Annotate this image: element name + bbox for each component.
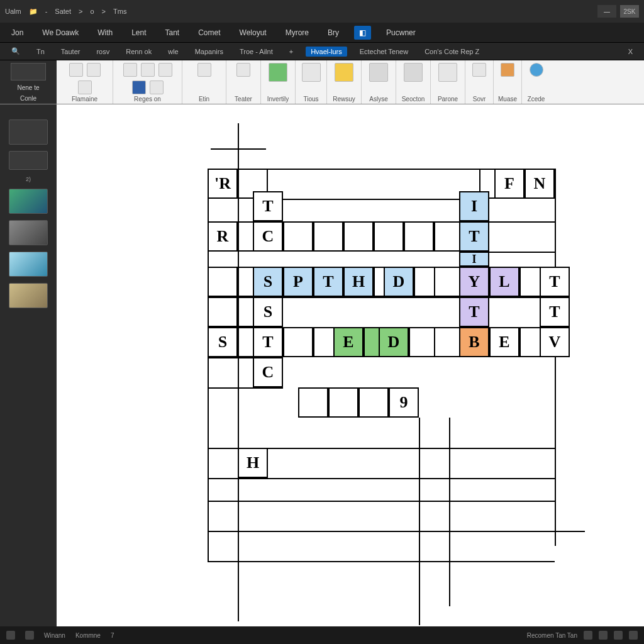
tool-icon[interactable] bbox=[150, 80, 164, 94]
submenu-item[interactable]: Renn ok bbox=[122, 47, 155, 57]
gear-icon[interactable] bbox=[438, 63, 457, 82]
folder-icon[interactable] bbox=[335, 63, 353, 82]
submenu-item[interactable]: Tauter bbox=[57, 47, 84, 57]
cell[interactable]: T bbox=[253, 327, 283, 357]
cell[interactable]: V bbox=[540, 327, 570, 357]
font-icon[interactable] bbox=[197, 63, 211, 77]
menu-item[interactable]: Tant bbox=[162, 26, 184, 40]
cell[interactable]: R bbox=[208, 221, 238, 252]
align-icon[interactable] bbox=[87, 63, 101, 77]
view-icon[interactable] bbox=[614, 631, 623, 640]
folder-icon[interactable]: 📁 bbox=[29, 8, 38, 16]
menu-item[interactable]: Weloyut bbox=[236, 26, 270, 40]
cell[interactable]: T bbox=[540, 297, 570, 327]
side-thumb[interactable] bbox=[9, 220, 48, 245]
tool-icon[interactable] bbox=[141, 63, 155, 77]
title-item[interactable]: Tms bbox=[113, 8, 126, 15]
submenu-item[interactable]: Troe - Ailnt bbox=[236, 47, 277, 57]
cell[interactable]: I bbox=[459, 191, 489, 221]
cell[interactable]: T bbox=[459, 221, 489, 252]
cell[interactable]: H bbox=[238, 448, 268, 478]
cell[interactable]: T bbox=[459, 297, 489, 327]
cell[interactable]: S bbox=[253, 267, 283, 297]
tool-icon[interactable] bbox=[132, 80, 146, 94]
cell[interactable]: P bbox=[283, 267, 313, 297]
cell[interactable] bbox=[404, 221, 434, 252]
close-button[interactable]: X bbox=[625, 48, 636, 55]
menu-item-active[interactable]: ◧ bbox=[354, 26, 371, 40]
cell[interactable]: E bbox=[489, 327, 519, 357]
submenu-item[interactable]: 🔍 bbox=[8, 46, 24, 57]
tool-icon[interactable] bbox=[158, 63, 172, 77]
title-item[interactable]: Ualm bbox=[5, 8, 21, 15]
cell[interactable]: T bbox=[540, 267, 570, 297]
cell[interactable] bbox=[343, 221, 374, 252]
cell[interactable] bbox=[283, 221, 313, 252]
view-icon[interactable] bbox=[629, 631, 638, 640]
cell[interactable]: B bbox=[459, 327, 489, 357]
cell[interactable]: S bbox=[208, 327, 238, 357]
cell[interactable]: 9 bbox=[389, 387, 419, 418]
side-slot[interactable] bbox=[9, 151, 48, 170]
globe-icon[interactable] bbox=[530, 63, 543, 77]
cell[interactable]: L bbox=[489, 267, 519, 297]
view-icon[interactable] bbox=[599, 631, 608, 640]
side-thumb[interactable] bbox=[9, 283, 48, 308]
submenu-item[interactable]: Mapanirs bbox=[191, 47, 227, 57]
cell[interactable]: 'R bbox=[208, 169, 238, 199]
align-icon[interactable] bbox=[78, 80, 92, 94]
submenu-item[interactable]: Ectechet Tenew bbox=[356, 47, 412, 57]
tool-icon[interactable] bbox=[123, 63, 137, 77]
menu-item[interactable]: Lent bbox=[128, 26, 150, 40]
submenu-item-highlight[interactable]: Hvael-lurs bbox=[306, 47, 347, 57]
canvas[interactable]: 'R F N T I R C T bbox=[57, 104, 644, 626]
section-icon[interactable] bbox=[404, 63, 423, 82]
submenu-item[interactable]: Con's Cote Rep Z bbox=[421, 47, 483, 57]
cell[interactable] bbox=[208, 297, 238, 327]
minimize-button[interactable]: — bbox=[597, 5, 616, 18]
menu-item[interactable]: Myrore bbox=[282, 26, 313, 40]
cell[interactable] bbox=[208, 267, 238, 297]
cell[interactable]: C bbox=[253, 221, 283, 252]
align-icon[interactable] bbox=[69, 63, 83, 77]
view-icon[interactable] bbox=[584, 631, 592, 640]
menu-item[interactable]: Bry bbox=[324, 26, 343, 40]
cell[interactable]: T bbox=[313, 267, 343, 297]
crosshair-icon[interactable] bbox=[472, 63, 486, 77]
cell[interactable] bbox=[328, 387, 358, 418]
menu-item[interactable]: With bbox=[94, 26, 116, 40]
status-icon[interactable] bbox=[25, 631, 34, 640]
shirt-icon[interactable] bbox=[269, 63, 287, 82]
cell[interactable]: S bbox=[253, 297, 283, 327]
cell[interactable] bbox=[283, 327, 313, 357]
cell[interactable]: E bbox=[333, 327, 364, 357]
cell[interactable]: T bbox=[253, 191, 283, 221]
table-icon[interactable] bbox=[302, 63, 321, 82]
side-thumb[interactable] bbox=[9, 189, 48, 214]
cell[interactable] bbox=[374, 221, 404, 252]
cell[interactable]: D bbox=[379, 327, 409, 357]
menu-item[interactable]: Comet bbox=[194, 26, 224, 40]
cell[interactable]: D bbox=[384, 267, 414, 297]
cell[interactable]: F bbox=[494, 169, 525, 199]
cell[interactable] bbox=[313, 221, 343, 252]
number-icon[interactable] bbox=[236, 63, 250, 77]
menu-item[interactable]: We Doawk bbox=[38, 26, 82, 40]
cell[interactable]: N bbox=[525, 169, 555, 199]
submenu-item[interactable]: Tn bbox=[33, 47, 48, 57]
submenu-item[interactable]: wle bbox=[164, 47, 182, 57]
title-item[interactable]: Satet bbox=[55, 8, 71, 15]
cell[interactable]: Y bbox=[459, 267, 489, 297]
mouse-icon[interactable] bbox=[501, 63, 514, 77]
cell[interactable]: H bbox=[343, 267, 374, 297]
cell[interactable]: I bbox=[459, 252, 489, 267]
menu-item[interactable]: Jon bbox=[8, 26, 27, 40]
side-slot[interactable] bbox=[9, 119, 48, 145]
submenu-item[interactable]: rosv bbox=[92, 47, 113, 57]
analyse-icon[interactable] bbox=[369, 63, 388, 82]
ribbon-thumb[interactable] bbox=[11, 63, 46, 80]
cell[interactable]: C bbox=[253, 357, 283, 387]
cell[interactable] bbox=[358, 387, 389, 418]
side-thumb[interactable] bbox=[9, 252, 48, 277]
status-icon[interactable] bbox=[6, 631, 15, 640]
